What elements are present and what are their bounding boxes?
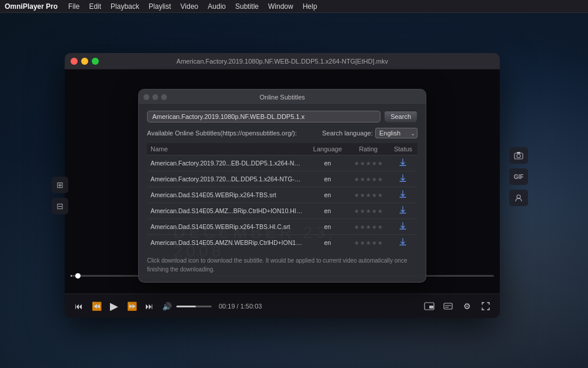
subtitle-rating: ★★★★★ bbox=[348, 235, 389, 251]
player-titlebar: American.Factory.2019.1080p.NF.WEB-DL.DD… bbox=[65, 53, 500, 69]
language-select-row: Search language: English French Spanish … bbox=[322, 127, 417, 138]
download-icon[interactable] bbox=[399, 206, 407, 214]
volume-fill bbox=[176, 306, 196, 307]
subtitle-download[interactable] bbox=[389, 235, 417, 251]
snapshot-button[interactable] bbox=[509, 147, 528, 164]
volume-icon[interactable]: 🔊 bbox=[160, 299, 174, 313]
side-buttons-right: GIF bbox=[509, 147, 528, 206]
subtitle-download[interactable] bbox=[389, 171, 417, 187]
col-status: Status bbox=[389, 143, 417, 155]
subtitle-name: American.Dad.S14E05.WEBRip.x264-TBS.srt bbox=[147, 187, 307, 203]
play-button[interactable]: ▶ bbox=[107, 299, 121, 313]
menu-edit[interactable]: Edit bbox=[84, 0, 106, 13]
subtitle-download[interactable] bbox=[389, 219, 417, 235]
table-row: American.Dad.S14E05.WEBRip.x264-TBS.srte… bbox=[147, 187, 417, 203]
skip-back-button[interactable]: ⏮ bbox=[72, 299, 86, 313]
subtitle-download[interactable] bbox=[389, 155, 417, 171]
download-icon[interactable] bbox=[399, 222, 407, 230]
controls-bar: ⏮ ⏪ ▶ ⏩ ⏭ 🔊 00:19 / 1:50:03 bbox=[65, 294, 500, 318]
subtitle-rating: ★★★★★ bbox=[348, 155, 389, 171]
fullscreen-button[interactable] bbox=[479, 299, 493, 313]
search-language-label: Search language: bbox=[322, 130, 373, 137]
search-input[interactable] bbox=[147, 111, 380, 122]
grid-view-button[interactable]: ⊞ bbox=[52, 177, 68, 193]
table-row: American.Dad.S14E05.AMZ...BRip.CtrlHD+IO… bbox=[147, 203, 417, 219]
dialog-title: Online Subtitles bbox=[259, 94, 305, 101]
maximize-button[interactable] bbox=[92, 58, 99, 65]
subtitle-name: American.Dad.S14E05.AMZ...BRip.CtrlHD+IO… bbox=[147, 203, 307, 219]
skip-forward-button[interactable]: ⏭ bbox=[142, 299, 156, 313]
download-icon[interactable] bbox=[399, 174, 407, 183]
subtitle-language: en bbox=[307, 187, 348, 203]
close-button[interactable] bbox=[71, 58, 78, 65]
table-row: American.Factory.2019.720...EB-DL.DDP5.1… bbox=[147, 155, 417, 171]
language-select[interactable]: English French Spanish German Chinese Ja… bbox=[375, 128, 417, 138]
volume-slider[interactable] bbox=[176, 306, 212, 307]
dialog-traffic-lights bbox=[143, 94, 167, 100]
settings-button[interactable]: ⚙ bbox=[460, 299, 474, 313]
download-icon[interactable] bbox=[399, 238, 407, 246]
subtitle-rating: ★★★★★ bbox=[348, 203, 389, 219]
subtitle-button[interactable] bbox=[441, 299, 455, 313]
menu-playback[interactable]: Playback bbox=[106, 0, 144, 13]
subtitle-rating: ★★★★★ bbox=[348, 187, 389, 203]
menu-playlist[interactable]: Playlist bbox=[144, 0, 176, 13]
subtitle-name: American.Dad.S14E05.WEBRip.x264-TBS.HI.C… bbox=[147, 219, 307, 235]
subtitle-language: en bbox=[307, 203, 348, 219]
search-button[interactable]: Search bbox=[384, 111, 417, 122]
menu-window[interactable]: Window bbox=[263, 0, 298, 13]
dialog-minimize[interactable] bbox=[152, 94, 158, 100]
subtitle-language: en bbox=[307, 219, 348, 235]
time-display: 00:19 / 1:50:03 bbox=[219, 303, 262, 310]
menu-video[interactable]: Video bbox=[176, 0, 203, 13]
menu-subtitle[interactable]: Subtitle bbox=[230, 0, 263, 13]
download-icon[interactable] bbox=[399, 158, 407, 167]
col-language: Language bbox=[307, 143, 348, 155]
list-view-button[interactable]: ⊟ bbox=[52, 198, 68, 214]
subtitle-language: en bbox=[307, 235, 348, 251]
subtitle-download[interactable] bbox=[389, 187, 417, 203]
right-controls: ⚙ bbox=[422, 299, 493, 313]
subtitle-rating: ★★★★★ bbox=[348, 171, 389, 187]
dialog-zoom[interactable] bbox=[161, 94, 167, 100]
app-name: OmniPlayer Pro bbox=[5, 2, 58, 11]
gif-button[interactable]: GIF bbox=[509, 168, 528, 185]
subtitles-table: Name Language Rating Status American.Fac… bbox=[147, 143, 417, 250]
svg-rect-5 bbox=[429, 306, 433, 309]
menubar: OmniPlayer Pro File Edit Playback Playli… bbox=[0, 0, 588, 13]
available-label: Available Online Subtitles(https://opens… bbox=[147, 130, 297, 137]
menu-help[interactable]: Help bbox=[298, 0, 322, 13]
video-area: Online Subtitles Search Available Online… bbox=[65, 69, 500, 293]
subtitle-rating: ★★★★★ bbox=[348, 219, 389, 235]
face-button[interactable] bbox=[509, 190, 528, 206]
fast-forward-button[interactable]: ⏩ bbox=[125, 299, 139, 313]
help-text: Click download icon to download the subt… bbox=[147, 256, 417, 274]
table-row: American.Factory.2019.720...DL.DDP5.1.x2… bbox=[147, 171, 417, 187]
menu-audio[interactable]: Audio bbox=[203, 0, 230, 13]
window-title: American.Factory.2019.1080p.NF.WEB-DL.DD… bbox=[176, 58, 388, 65]
pip-button[interactable] bbox=[422, 299, 436, 313]
table-row: American.Dad.S14E05.WEBRip.x264-TBS.HI.C… bbox=[147, 219, 417, 235]
svg-point-3 bbox=[517, 195, 520, 198]
subtitle-language: en bbox=[307, 155, 348, 171]
progress-fill bbox=[71, 275, 72, 277]
svg-rect-6 bbox=[444, 303, 452, 309]
col-name: Name bbox=[147, 143, 307, 155]
svg-point-1 bbox=[517, 154, 520, 158]
dialog-close[interactable] bbox=[143, 94, 149, 100]
volume-control: 🔊 bbox=[160, 299, 212, 313]
dialog-body: Search Available Online Subtitles(https:… bbox=[139, 105, 426, 282]
download-icon[interactable] bbox=[399, 190, 407, 198]
search-row: Search bbox=[147, 111, 417, 122]
svg-rect-2 bbox=[517, 152, 520, 154]
side-buttons-left: ⊞ ⊟ bbox=[52, 177, 68, 214]
subtitle-language: en bbox=[307, 171, 348, 187]
subtitle-download[interactable] bbox=[389, 203, 417, 219]
rewind-button[interactable]: ⏪ bbox=[89, 299, 103, 313]
traffic-lights bbox=[71, 58, 99, 65]
language-select-wrapper: English French Spanish German Chinese Ja… bbox=[375, 127, 417, 138]
minimize-button[interactable] bbox=[81, 58, 88, 65]
subtitle-name: American.Dad.S14E05.AMZN.WEBRip.CtrlHD+I… bbox=[147, 235, 307, 251]
table-row: American.Dad.S14E05.AMZN.WEBRip.CtrlHD+I… bbox=[147, 235, 417, 251]
menu-file[interactable]: File bbox=[64, 0, 84, 13]
